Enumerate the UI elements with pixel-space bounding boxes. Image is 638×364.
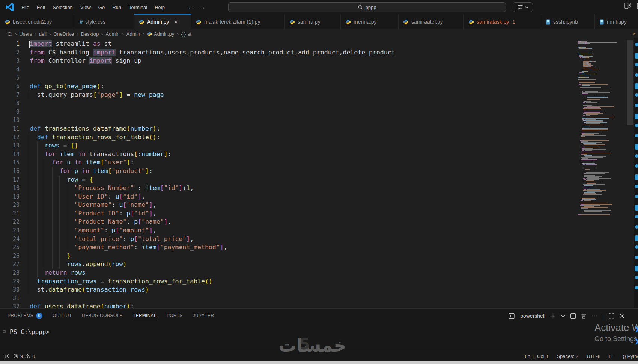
code-line-3[interactable]: 3from Controller import sign_up (0, 57, 578, 65)
breadcrumb-item[interactable]: Admin (126, 31, 141, 37)
code-line-17[interactable]: 17row = { (0, 176, 578, 184)
kill-terminal-trash-icon[interactable] (581, 313, 587, 319)
breadcrumb: C:›Users›dell›OneDrive›Desktop›Admin›Adm… (0, 29, 638, 38)
code-line-22[interactable]: 22"Product Name": p["name"], (0, 218, 578, 226)
code-line-8[interactable]: 8 (0, 99, 578, 108)
breadcrumb-item[interactable]: dell (38, 31, 47, 37)
code-line-15[interactable]: 15for u in item["user"]: (0, 158, 578, 167)
tab-admin-py[interactable]: Admin.py✕ (134, 14, 191, 29)
menu-file[interactable]: File (18, 3, 33, 12)
code-line-26[interactable]: 26} (0, 252, 578, 260)
editor-pane[interactable]: 1import streamlit as st2from CS_handling… (0, 38, 638, 308)
status-item-spaces-2[interactable]: Spaces: 2 (557, 353, 578, 359)
code-line-20[interactable]: 20"Username": u["name"], (0, 201, 578, 209)
tab-samiraatef-py[interactable]: samiraatef.py (399, 14, 464, 29)
maximize-panel-icon[interactable] (609, 313, 614, 319)
shell-label[interactable]: powershell (520, 313, 545, 319)
breadcrumb-item[interactable]: Admin (105, 31, 120, 37)
menu-selection[interactable]: Selection (49, 3, 76, 12)
status-item-lf[interactable]: LF (609, 353, 614, 359)
code-line-32[interactable]: 32def users_dataframe(number): (0, 302, 578, 308)
code-line-4[interactable]: 4 (0, 65, 578, 74)
status-item--python[interactable]: {} Python (623, 353, 638, 359)
tab-style-css[interactable]: #style.css (75, 14, 134, 29)
status-item-utf-8[interactable]: UTF-8 (587, 353, 600, 359)
tab-sssh-ipynb[interactable]: sssh.ipynb (541, 14, 595, 29)
tab-samira-py[interactable]: samira.py (285, 14, 341, 29)
tab-menna-py[interactable]: menna.py (341, 14, 399, 29)
panel-tab-problems[interactable]: PROBLEMS9 (8, 309, 42, 322)
code-line-6[interactable]: 6def go_to(new_page): (0, 82, 578, 91)
breadcrumb-item[interactable]: C: (7, 31, 13, 37)
code-line-31[interactable]: 31 (0, 294, 578, 303)
panel-tab-output[interactable]: OUTPUT (53, 309, 72, 322)
menu-edit[interactable]: Edit (33, 3, 48, 12)
tab-label: mmh.ipy (607, 19, 627, 25)
tab-bisectionedit2-py[interactable]: bisectionedit2.py (0, 14, 75, 29)
code-line-29[interactable]: 29transaction_rows = transaction_rows_fo… (0, 277, 578, 286)
code-line-28[interactable]: 28return rows (0, 269, 578, 277)
toolbar-separator: | (602, 313, 604, 319)
code-line-2[interactable]: 2from CS_handling import transactions,us… (0, 48, 578, 57)
panel-tab-ports[interactable]: PORTS (167, 309, 183, 322)
code-line-30[interactable]: 30st.dataframe(transaction_rows) (0, 286, 578, 294)
minimap[interactable] (578, 38, 626, 308)
code-line-23[interactable]: 23"amount": p["amount"], (0, 226, 578, 235)
copilot-button[interactable] (513, 2, 533, 12)
tab-label: bisectionedit2.py (13, 19, 52, 25)
code-line-12[interactable]: 12def transaction_rows_for_table(): (0, 133, 578, 142)
editor-scrollbar[interactable] (626, 39, 634, 308)
line-number: 5 (0, 74, 20, 82)
code-line-21[interactable]: 21"Product ID": p["id"], (0, 209, 578, 218)
terminal-dropdown-icon[interactable] (561, 314, 565, 318)
code-line-13[interactable]: 13rows = [] (0, 141, 578, 150)
problems-count-badge: 9 (36, 313, 42, 319)
panel-tab-terminal[interactable]: TERMINAL (133, 309, 156, 322)
menu-help[interactable]: Help (151, 3, 168, 12)
code-line-1[interactable]: 1import streamlit as st (0, 40, 578, 48)
nav-forward-icon[interactable]: → (199, 3, 206, 11)
code-line-11[interactable]: 11def transactions_dataframe(number): (0, 125, 578, 133)
menu-terminal[interactable]: Terminal (125, 3, 150, 12)
code-line-14[interactable]: 14for item in transactions[:number]: (0, 150, 578, 159)
code-line-7[interactable]: 7st.query_params["page"] = new_page (0, 91, 578, 99)
split-terminal-icon[interactable] (570, 313, 576, 319)
code-line-9[interactable]: 9 (0, 108, 578, 116)
nav-back-icon[interactable]: ← (188, 3, 194, 11)
status-item-ln-1-col-1[interactable]: Ln 1, Col 1 (525, 353, 549, 359)
edge-icon-fragment (635, 174, 638, 180)
code-line-25[interactable]: 25"payment_method": item["payment_method… (0, 243, 578, 252)
panel-tab-debug-console[interactable]: DEBUG CONSOLE (82, 309, 123, 322)
menu-view[interactable]: View (77, 3, 94, 12)
terminal-prompt[interactable]: PS C:\pppp> (10, 328, 50, 335)
scrollbar-thumb[interactable] (627, 40, 633, 125)
remote-indicator[interactable] (4, 353, 9, 359)
code-line-18[interactable]: 18"Process Number" : item["id"]+1, (0, 184, 578, 193)
close-panel-icon[interactable] (619, 313, 624, 319)
code-line-19[interactable]: 19"User ID": u["id"], (0, 193, 578, 201)
tab-mmh-ipy[interactable]: mmh.ipy (595, 14, 638, 29)
more-actions-icon[interactable] (591, 313, 597, 319)
problems-status[interactable]: 9 0 (13, 353, 35, 359)
customize-layout-icon[interactable] (624, 3, 631, 9)
breadcrumb-item[interactable]: { }st (181, 31, 192, 37)
menu-run[interactable]: Run (109, 3, 125, 12)
menu-go[interactable]: Go (95, 3, 108, 12)
breadcrumb-item[interactable]: OneDrive (53, 31, 75, 37)
edge-icon-fragment (635, 63, 638, 66)
tab-samiratask-py[interactable]: samiratask.py1 (464, 14, 541, 29)
code-line-16[interactable]: 16for p in item["product"]: (0, 167, 578, 176)
code-line-27[interactable]: 27rows.append(row) (0, 260, 578, 269)
breadcrumb-separator: › (101, 31, 104, 37)
breadcrumb-item[interactable]: Admin.py (146, 31, 175, 37)
panel-tab-jupyter[interactable]: JUPYTER (193, 309, 214, 322)
close-tab-icon[interactable]: ✕ (174, 19, 178, 25)
tab-malak-terek-allam-1-py[interactable]: malak terek allam (1).py (191, 14, 285, 29)
breadcrumb-item[interactable]: Users (18, 31, 33, 37)
code-line-24[interactable]: 24"total_price": p["total_price"], (0, 235, 578, 244)
code-line-5[interactable]: 5 (0, 74, 578, 82)
new-terminal-icon[interactable] (550, 313, 556, 319)
breadcrumb-item[interactable]: Desktop (80, 31, 100, 37)
command-center-search[interactable]: pppp (228, 2, 506, 12)
code-line-10[interactable]: 10 (0, 116, 578, 125)
